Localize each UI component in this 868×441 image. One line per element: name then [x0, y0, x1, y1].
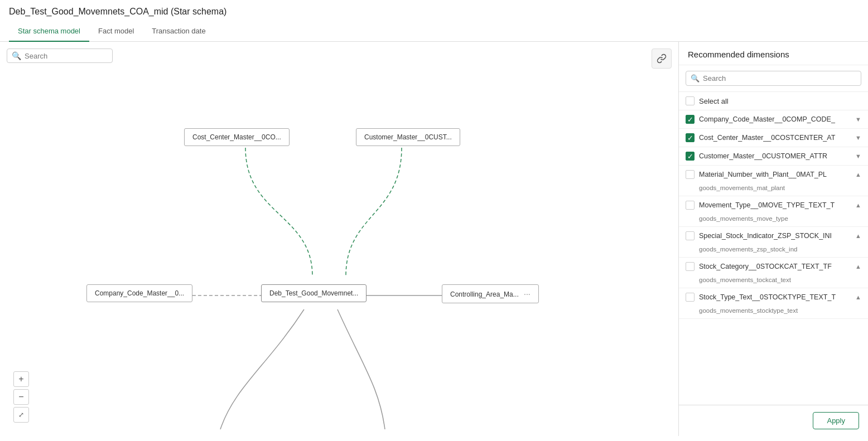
- panel-search-icon: 🔍: [691, 74, 700, 83]
- select-all-label: Select all: [699, 97, 729, 105]
- select-all-checkbox[interactable]: [686, 96, 695, 105]
- dim-checkbox-customer-master[interactable]: ✓: [686, 152, 695, 161]
- dim-sub-special-stock: goods_movements_zsp_stock_ind: [679, 245, 868, 257]
- dimensions-list: ✓ Company_Code_Master__0COMP_CODE_ ▼ ✓ C…: [679, 110, 868, 405]
- dim-label-customer-master: Customer_Master__0CUSTOMER_ATTR: [699, 152, 851, 160]
- node-company-code[interactable]: Company_Code_Master__0...: [86, 284, 192, 302]
- dim-item-movement-type: Movement_Type__0MOVE_TYPE_TEXT_T ▲ goods…: [679, 196, 868, 227]
- node-fact-center[interactable]: Deb_Test_Good_Movemnet...: [261, 284, 367, 302]
- panel-title: Recommended dimensions: [679, 42, 868, 65]
- dim-sub-stock-type: goods_movements_stocktype_text: [679, 306, 868, 318]
- canvas-search-input[interactable]: [25, 52, 108, 60]
- dim-chevron-material-number[interactable]: ▲: [855, 171, 861, 178]
- dim-sub-stock-category: goods_movements_tockcat_text: [679, 275, 868, 288]
- apply-button[interactable]: Apply: [813, 412, 859, 429]
- dim-sub-material-number: goods_movements_mat_plant: [679, 183, 868, 196]
- page-title: Deb_Test_Good_Movemnets_COA_mid (Star sc…: [0, 0, 868, 21]
- dim-item-company-code: ✓ Company_Code_Master__0COMP_CODE_ ▼: [679, 110, 868, 129]
- right-panel: Recommended dimensions 🔍 Select all ✓ Co…: [678, 42, 868, 436]
- dim-item-customer-master: ✓ Customer_Master__0CUSTOMER_ATTR ▼: [679, 147, 868, 166]
- dim-chevron-cost-center[interactable]: ▼: [855, 134, 861, 141]
- dim-checkbox-stock-category[interactable]: [686, 262, 695, 271]
- dim-chevron-special-stock[interactable]: ▲: [855, 232, 861, 239]
- dim-header-customer-master[interactable]: ✓ Customer_Master__0CUSTOMER_ATTR ▼: [679, 147, 868, 165]
- dim-header-special-stock[interactable]: Special_Stock_Indicator_ZSP_STOCK_INI ▲: [679, 227, 868, 245]
- dim-sub-movement-type: goods_movements_move_type: [679, 214, 868, 226]
- zoom-in-button[interactable]: +: [13, 371, 29, 387]
- dim-label-material-number: Material_Number_with_Plant__0MAT_PL: [699, 171, 851, 178]
- dim-label-cost-center: Cost_Center_Master__0COSTCENTER_AT: [699, 134, 851, 142]
- tab-transaction-date[interactable]: Transaction date: [143, 21, 214, 42]
- dim-chevron-movement-type[interactable]: ▲: [855, 202, 861, 209]
- dim-header-company-code[interactable]: ✓ Company_Code_Master__0COMP_CODE_ ▼: [679, 110, 868, 128]
- dim-label-company-code: Company_Code_Master__0COMP_CODE_: [699, 115, 851, 123]
- dim-header-stock-type[interactable]: Stock_Type_Text__0STOCKTYPE_TEXT_T ▲: [679, 288, 868, 306]
- dim-checkbox-special-stock[interactable]: [686, 231, 695, 240]
- dim-label-special-stock: Special_Stock_Indicator_ZSP_STOCK_INI: [699, 232, 851, 240]
- node-customer-master[interactable]: Customer_Master__0CUST...: [356, 128, 460, 146]
- dim-item-special-stock: Special_Stock_Indicator_ZSP_STOCK_INI ▲ …: [679, 227, 868, 258]
- dim-header-cost-center[interactable]: ✓ Cost_Center_Master__0COSTCENTER_AT ▼: [679, 129, 868, 147]
- controlling-area-menu[interactable]: ···: [524, 289, 531, 298]
- dim-chevron-stock-category[interactable]: ▲: [855, 263, 861, 270]
- search-icon: 🔍: [12, 51, 21, 60]
- main-layout: 🔍 Cost_Center_Master__: [0, 42, 868, 436]
- dim-header-movement-type[interactable]: Movement_Type__0MOVE_TYPE_TEXT_T ▲: [679, 196, 868, 214]
- tab-fact-model[interactable]: Fact model: [89, 21, 143, 42]
- dim-chevron-stock-type[interactable]: ▲: [855, 294, 861, 301]
- dim-checkbox-cost-center[interactable]: ✓: [686, 133, 695, 142]
- panel-footer: Apply: [679, 405, 868, 436]
- dim-header-material-number[interactable]: Material_Number_with_Plant__0MAT_PL ▲: [679, 166, 868, 183]
- dim-header-stock-category[interactable]: Stock_Category__0STOCKCAT_TEXT_TF ▲: [679, 258, 868, 275]
- dim-item-material-number: Material_Number_with_Plant__0MAT_PL ▲ go…: [679, 166, 868, 196]
- dim-checkbox-stock-type[interactable]: [686, 293, 695, 302]
- panel-search-area: 🔍: [679, 65, 868, 92]
- dim-chevron-company-code[interactable]: ▼: [855, 116, 861, 123]
- dim-item-stock-type: Stock_Type_Text__0STOCKTYPE_TEXT_T ▲ goo…: [679, 288, 868, 319]
- dim-label-movement-type: Movement_Type__0MOVE_TYPE_TEXT_T: [699, 201, 851, 209]
- dim-checkbox-material-number[interactable]: [686, 170, 695, 179]
- link-icon-button[interactable]: [652, 49, 672, 69]
- tab-star-schema[interactable]: Star schema model: [9, 21, 89, 42]
- dim-label-stock-category: Stock_Category__0STOCKCAT_TEXT_TF: [699, 263, 851, 270]
- schema-connections: [0, 42, 678, 436]
- dim-checkbox-company-code[interactable]: ✓: [686, 115, 695, 124]
- tabs-bar: Star schema model Fact model Transaction…: [0, 21, 868, 42]
- panel-search-input[interactable]: [703, 74, 856, 83]
- dim-item-stock-category: Stock_Category__0STOCKCAT_TEXT_TF ▲ good…: [679, 258, 868, 288]
- dim-checkbox-movement-type[interactable]: [686, 201, 695, 210]
- fit-button[interactable]: ⤢: [13, 407, 29, 423]
- node-cost-center[interactable]: Cost_Center_Master__0CO...: [184, 128, 290, 146]
- dim-label-stock-type: Stock_Type_Text__0STOCKTYPE_TEXT_T: [699, 293, 851, 301]
- dim-item-cost-center: ✓ Cost_Center_Master__0COSTCENTER_AT ▼: [679, 129, 868, 147]
- zoom-controls: + − ⤢: [13, 371, 29, 423]
- select-all-row[interactable]: Select all: [679, 92, 868, 110]
- canvas-area: 🔍 Cost_Center_Master__: [0, 42, 678, 436]
- zoom-out-button[interactable]: −: [13, 389, 29, 405]
- dim-chevron-customer-master[interactable]: ▼: [855, 153, 861, 159]
- canvas-search-bar: 🔍: [7, 49, 113, 63]
- node-controlling-area[interactable]: Controlling_Area_Ma... ···: [442, 284, 539, 303]
